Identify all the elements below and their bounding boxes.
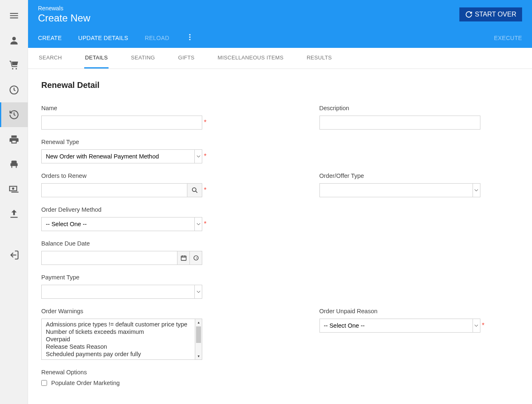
required-marker: * bbox=[204, 187, 206, 194]
action-create[interactable]: CREATE bbox=[38, 35, 62, 41]
scrollbar[interactable]: ▴ ▾ bbox=[195, 319, 202, 360]
action-reload: RELOAD bbox=[145, 35, 169, 41]
tab-search[interactable]: SEARCH bbox=[38, 48, 63, 69]
cart-icon[interactable] bbox=[0, 53, 28, 78]
renewal-options-label: Renewal Options bbox=[41, 369, 519, 376]
svg-point-8 bbox=[189, 36, 190, 38]
time-icon[interactable] bbox=[190, 251, 202, 265]
tab-misc[interactable]: MISCELLANEOUS ITEMS bbox=[217, 48, 284, 69]
populate-marketing-label: Populate Order Marketing bbox=[51, 380, 120, 386]
scroll-up-icon[interactable]: ▴ bbox=[195, 319, 202, 326]
list-item[interactable]: Number of tickets exceeds maximum bbox=[42, 328, 195, 335]
required-marker: * bbox=[204, 220, 206, 228]
history-icon[interactable] bbox=[0, 102, 28, 127]
action-execute: EXECUTE bbox=[494, 35, 522, 41]
clock-icon[interactable] bbox=[0, 78, 28, 102]
required-marker: * bbox=[204, 153, 206, 160]
list-item[interactable]: Admissions price types != default custom… bbox=[42, 321, 195, 328]
required-marker: * bbox=[204, 119, 206, 126]
order-warnings-listbox[interactable]: Admissions price types != default custom… bbox=[41, 319, 195, 360]
start-over-button[interactable]: START OVER bbox=[459, 7, 522, 21]
chevron-down-icon[interactable] bbox=[473, 319, 480, 333]
orders-to-renew-label: Orders to Renew bbox=[41, 172, 241, 179]
svg-point-1 bbox=[12, 68, 13, 69]
list-item[interactable]: Release Seats Reason bbox=[42, 343, 195, 350]
tab-seating[interactable]: SEATING bbox=[130, 48, 156, 69]
logout-icon[interactable] bbox=[0, 243, 28, 267]
action-bar: CREATE UPDATE DETAILS RELOAD EXECUTE bbox=[28, 28, 532, 48]
svg-point-0 bbox=[12, 37, 16, 40]
search-icon[interactable] bbox=[187, 183, 202, 197]
description-label: Description bbox=[319, 105, 519, 111]
action-update[interactable]: UPDATE DETAILS bbox=[78, 35, 128, 41]
money-icon[interactable] bbox=[0, 177, 28, 201]
left-sidebar bbox=[0, 0, 28, 404]
list-item[interactable]: Scheduled payments pay order fully bbox=[42, 350, 195, 358]
user-icon[interactable] bbox=[0, 28, 28, 53]
order-warnings-label: Order Warnings bbox=[41, 308, 241, 314]
chevron-down-icon[interactable] bbox=[195, 149, 202, 163]
name-label: Name bbox=[41, 105, 241, 111]
balance-due-input[interactable] bbox=[41, 251, 177, 265]
svg-point-6 bbox=[12, 187, 14, 189]
tab-details[interactable]: DETAILS bbox=[84, 48, 109, 69]
svg-rect-4 bbox=[12, 141, 16, 142]
scroll-down-icon[interactable]: ▾ bbox=[195, 353, 202, 359]
breadcrumb: Renewals bbox=[38, 5, 90, 12]
menu-icon[interactable] bbox=[0, 3, 28, 28]
tab-gifts[interactable]: GIFTS bbox=[177, 48, 196, 69]
page-title: Create New bbox=[38, 12, 90, 24]
payment-type-select[interactable] bbox=[41, 285, 195, 299]
chevron-down-icon[interactable] bbox=[195, 217, 202, 231]
renewal-type-label: Renewal Type bbox=[41, 139, 241, 145]
more-icon[interactable] bbox=[186, 33, 194, 43]
list-item[interactable]: Overpaid bbox=[42, 335, 195, 343]
order-offer-type-label: Order/Offer Type bbox=[319, 172, 519, 179]
order-offer-type-select[interactable] bbox=[319, 183, 473, 197]
calendar-icon[interactable] bbox=[177, 251, 190, 265]
payment-type-label: Payment Type bbox=[41, 274, 241, 281]
seat-icon[interactable] bbox=[0, 152, 28, 177]
tab-bar: SEARCH DETAILS SEATING GIFTS MISCELLANEO… bbox=[28, 48, 532, 69]
upload-icon[interactable] bbox=[0, 201, 28, 226]
unpaid-reason-select[interactable] bbox=[319, 319, 473, 333]
refresh-icon bbox=[465, 11, 473, 18]
section-heading: Renewal Detail bbox=[41, 80, 519, 90]
svg-rect-11 bbox=[181, 256, 186, 260]
unpaid-reason-label: Order Unpaid Reason bbox=[319, 308, 519, 314]
balance-due-label: Balance Due Date bbox=[41, 240, 241, 247]
page-header: Renewals Create New START OVER bbox=[28, 0, 532, 28]
renewal-type-select[interactable] bbox=[41, 149, 195, 163]
svg-point-9 bbox=[189, 39, 190, 40]
svg-point-2 bbox=[15, 68, 17, 69]
tab-results[interactable]: RESULTS bbox=[306, 48, 333, 69]
name-input[interactable] bbox=[41, 116, 202, 130]
chevron-down-icon[interactable] bbox=[473, 183, 480, 197]
required-marker: * bbox=[482, 322, 485, 329]
description-input[interactable] bbox=[319, 116, 480, 130]
chevron-down-icon[interactable] bbox=[195, 285, 202, 299]
populate-marketing-checkbox[interactable] bbox=[41, 380, 47, 386]
delivery-method-select[interactable] bbox=[41, 217, 195, 231]
print-icon[interactable] bbox=[0, 127, 28, 152]
svg-point-7 bbox=[189, 34, 190, 35]
svg-point-10 bbox=[192, 188, 196, 191]
orders-to-renew-input[interactable] bbox=[41, 183, 187, 197]
delivery-method-label: Order Delivery Method bbox=[41, 206, 241, 213]
